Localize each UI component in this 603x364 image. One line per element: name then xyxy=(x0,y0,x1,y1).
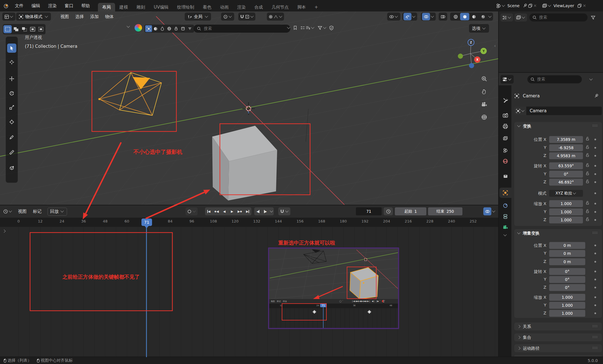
gizmos-toggle[interactable] xyxy=(402,13,417,21)
filter-collapse[interactable] xyxy=(126,26,131,28)
lock-icon-9[interactable] xyxy=(585,217,590,221)
viewport-3d[interactable]: 物体模式 视图选择添加物体 全局 xyxy=(0,11,498,205)
animate-dot-4[interactable] xyxy=(594,173,596,175)
close-viewlayer-icon[interactable]: ✕ xyxy=(583,3,586,8)
filter-funnel-icon[interactable] xyxy=(317,25,322,30)
snap-magnet-icon[interactable] xyxy=(239,14,245,19)
delta-field-1[interactable]: 0 m xyxy=(549,250,585,257)
pin-icon[interactable] xyxy=(523,3,528,8)
tool-scale-button[interactable] xyxy=(7,103,16,112)
transform-field-Z[interactable]: 4.9583 m xyxy=(549,152,583,159)
new-viewlayer-icon[interactable] xyxy=(577,3,582,8)
object-name-field[interactable]: Camera xyxy=(526,107,602,115)
display-sort-icon[interactable] xyxy=(305,25,310,30)
delta-field-5[interactable]: 0° xyxy=(549,284,585,291)
tool-measure-button[interactable] xyxy=(7,148,16,157)
filter-halfsphere-button[interactable] xyxy=(152,25,159,32)
viewport-search[interactable]: 搜索 xyxy=(194,25,290,33)
jump-end-button[interactable]: ▶ xyxy=(244,208,251,215)
topbar-menu-窗口[interactable]: 窗口 xyxy=(61,2,77,10)
tool-move-button[interactable] xyxy=(7,74,16,83)
zoom-tool-icon[interactable] xyxy=(480,75,488,83)
filter-card-button[interactable] xyxy=(180,25,186,32)
animate-dot-6[interactable] xyxy=(594,192,596,194)
mode-selector[interactable]: 物体模式 xyxy=(16,13,51,21)
transform-field-模式[interactable]: XYZ 欧拉 xyxy=(549,190,583,197)
transform-orientation[interactable]: 全局 xyxy=(185,13,211,21)
close-scene-icon[interactable]: ✕ xyxy=(533,3,537,8)
outliner-filter-icon[interactable] xyxy=(590,15,596,20)
viewport-menu-添加[interactable]: 添加 xyxy=(87,13,102,20)
animate-dot-0[interactable] xyxy=(594,139,596,140)
navigation-gizmo[interactable]: Z Y X xyxy=(456,39,487,72)
panel-集合-grip[interactable] xyxy=(592,335,598,340)
lock-icon-1[interactable] xyxy=(585,145,590,149)
playback-menu[interactable]: 回放 xyxy=(48,208,67,216)
lock-icon-3[interactable] xyxy=(585,163,590,167)
topbar-menu-帮助[interactable]: 帮助 xyxy=(77,2,94,10)
lock-icon-0[interactable] xyxy=(585,137,590,141)
options-dropdown[interactable]: 选项 xyxy=(469,24,489,33)
new-scene-icon[interactable] xyxy=(528,3,533,8)
pivot-point-button[interactable] xyxy=(221,13,234,21)
animate-dot-7[interactable] xyxy=(594,203,596,204)
transform-panel-header[interactable]: 变换 xyxy=(514,122,602,130)
workspace-tab-UV编辑[interactable]: UV编辑 xyxy=(149,3,173,11)
pin-icon[interactable] xyxy=(594,93,599,99)
lock-icon-8[interactable] xyxy=(585,209,590,213)
shading-rendered-button[interactable] xyxy=(478,13,488,20)
transform-field-位置 X[interactable]: 7.3589 m xyxy=(549,136,583,143)
timeline-editor[interactable]: 视图标记 回放 ◀ ◆◀ ◀ ▶ ▶◆ ▶ ◀ ▶ xyxy=(0,205,498,357)
transform-field-Y[interactable]: 0° xyxy=(549,171,583,178)
properties-tab-object[interactable] xyxy=(499,188,511,198)
tool-transform-button[interactable] xyxy=(7,117,16,127)
next-keyframe-button[interactable]: ▶◆ xyxy=(236,208,244,215)
timeline-menu-标记[interactable]: 标记 xyxy=(30,208,45,215)
filter-world-button[interactable] xyxy=(166,25,173,32)
shading-material-button[interactable] xyxy=(469,13,478,20)
play-button[interactable]: ▶ xyxy=(228,208,236,215)
frame-start-field[interactable]: 起始1 xyxy=(395,207,426,215)
topbar-menu-渲染[interactable]: 渲染 xyxy=(44,2,61,10)
transform-panel-grip[interactable] xyxy=(592,124,598,128)
panel-集合-header[interactable]: 集合 xyxy=(514,333,602,341)
lock-icon-7[interactable] xyxy=(585,201,590,205)
delta-animate-dot-6[interactable] xyxy=(594,296,596,298)
proportional-edit-icon[interactable] xyxy=(268,14,273,19)
outliner-filter-collection[interactable] xyxy=(515,13,527,21)
transform-field-Z[interactable]: 46.692° xyxy=(549,179,583,186)
gizmo-z-neg[interactable] xyxy=(469,63,474,68)
properties-tab-scene[interactable] xyxy=(499,145,511,156)
delta-animate-dot-4[interactable] xyxy=(594,279,596,280)
delta-field-0[interactable]: 0 m xyxy=(549,242,585,249)
frame-end-field[interactable]: 结束250 xyxy=(428,207,462,215)
current-frame-tag[interactable]: 71 xyxy=(141,219,152,226)
gizmo-y-neg[interactable] xyxy=(458,54,463,59)
auto-key-icon[interactable] xyxy=(187,209,192,214)
falloff-icon[interactable] xyxy=(273,14,278,19)
delta-animate-dot-8[interactable] xyxy=(594,312,596,314)
timeline-ruler[interactable]: 0122436486084961081201321441561681801922… xyxy=(0,218,498,227)
transform-field-缩放 X[interactable]: 1.000 xyxy=(549,200,583,207)
next-frame-button[interactable]: ▶ xyxy=(262,208,269,215)
properties-tabs-more[interactable] xyxy=(503,234,507,236)
delta-field-7[interactable]: 1.000 xyxy=(549,302,585,309)
tool-select-button[interactable] xyxy=(7,44,16,53)
filter-select-button[interactable] xyxy=(145,25,152,32)
transform-field-Y[interactable]: 1.000 xyxy=(549,208,583,215)
filter-bars-button[interactable] xyxy=(186,25,193,32)
delta-transform-panel-header[interactable]: 增量变换 xyxy=(514,229,602,237)
scene-icon[interactable] xyxy=(496,3,501,8)
workspace-tab-着色[interactable]: 着色 xyxy=(198,3,216,11)
animate-dot-3[interactable] xyxy=(594,165,596,167)
tool-annotate-button[interactable] xyxy=(7,133,16,142)
breadcrumb-label[interactable]: Camera xyxy=(523,93,540,99)
xray-toggle[interactable] xyxy=(439,13,447,21)
transform-field-Y[interactable]: -6.9258 xyxy=(549,144,583,151)
workspace-tab-合成[interactable]: 合成 xyxy=(250,3,267,11)
properties-tab-render[interactable] xyxy=(499,110,511,121)
properties-tab-world[interactable] xyxy=(499,156,511,166)
delta-animate-dot-7[interactable] xyxy=(594,304,596,306)
animate-dot-1[interactable] xyxy=(594,147,596,149)
animate-dot-2[interactable] xyxy=(594,155,596,157)
